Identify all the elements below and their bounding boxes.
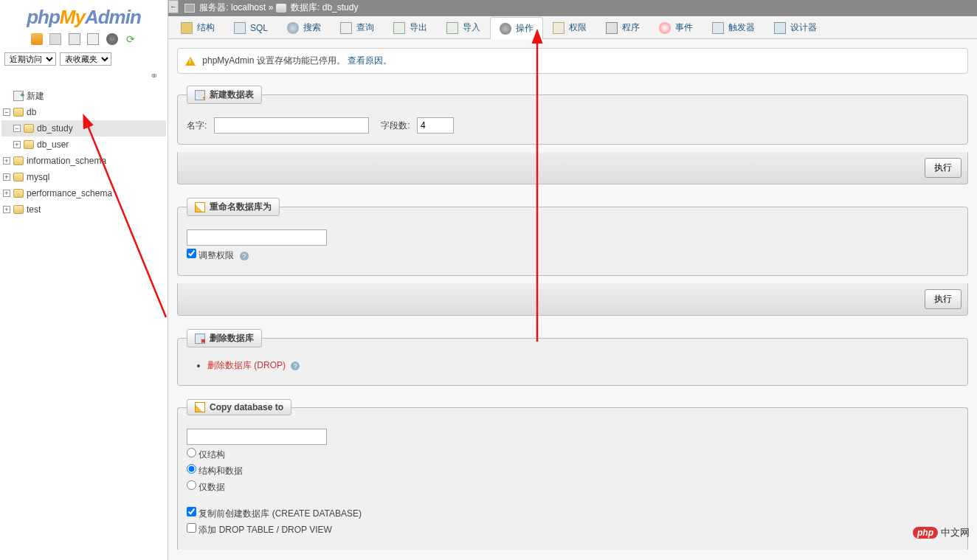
tab-import[interactable]: 导入 (437, 16, 490, 38)
rename-legend: 重命名数据库为 (187, 198, 280, 216)
create-before-copy-checkbox[interactable] (187, 507, 196, 516)
tab-bar: 结构 SQL 搜索 查询 导出 导入 操作 权限 程序 事件 触发器 设计器 (168, 16, 977, 39)
expand-icon[interactable]: + (3, 157, 10, 165)
breadcrumb-server[interactable]: localhost (231, 2, 266, 13)
tab-privileges[interactable]: 权限 (543, 16, 596, 38)
tab-triggers[interactable]: 触发器 (702, 16, 764, 38)
triggers-icon (712, 22, 724, 34)
new-db-icon (13, 91, 24, 101)
favorites-select[interactable]: 表收藏夹 (60, 52, 111, 66)
sql-icon (234, 22, 246, 34)
expand-icon[interactable]: + (3, 173, 10, 181)
tab-export[interactable]: 导出 (384, 16, 437, 38)
pencil-icon (195, 402, 205, 412)
link-icon[interactable]: ⚭ (0, 70, 168, 85)
new-table-icon (195, 90, 205, 100)
breadcrumb: 服务器: localhost » 数据库: db_study (168, 0, 977, 16)
tab-events[interactable]: 事件 (649, 16, 702, 38)
drop-db-link[interactable]: 删除数据库 (DROP) (207, 360, 286, 370)
copy-db-input[interactable] (187, 429, 327, 445)
database-icon (13, 108, 24, 117)
rename-db-input[interactable] (187, 229, 327, 246)
clock-icon (659, 22, 671, 34)
copy-structure-data-radio[interactable] (187, 464, 196, 474)
expand-icon[interactable]: + (13, 141, 21, 148)
designer-icon (774, 22, 786, 34)
docs-icon[interactable] (87, 33, 99, 45)
add-drop-checkbox[interactable] (187, 523, 196, 533)
routines-icon (606, 22, 618, 34)
tree-db-item[interactable]: + test (1, 201, 166, 218)
logout-icon[interactable] (49, 33, 61, 45)
tree-db-item[interactable]: + mysql (1, 169, 166, 185)
sql-window-icon[interactable] (69, 33, 80, 45)
tab-sql[interactable]: SQL (224, 16, 277, 38)
tab-routines[interactable]: 程序 (596, 16, 649, 38)
settings-icon[interactable] (106, 33, 118, 45)
create-table-actions: 执行 (177, 152, 968, 184)
home-icon[interactable] (31, 33, 43, 45)
tree-db-item[interactable]: + performance_schema (1, 185, 166, 201)
privileges-icon (553, 22, 565, 34)
help-icon[interactable]: ? (240, 252, 249, 260)
search-icon (287, 22, 299, 34)
database-icon (13, 173, 24, 182)
drop-db-fieldset: 删除数据库 删除数据库 (DROP) ? (177, 329, 968, 386)
reload-icon[interactable]: ⟳ (125, 33, 137, 45)
database-icon (276, 4, 286, 13)
recent-select[interactable]: 近期访问 (4, 52, 56, 66)
wrench-icon (500, 23, 511, 35)
tree-new[interactable]: 新建 (1, 88, 166, 104)
database-icon (13, 189, 24, 198)
notice-reason-link[interactable]: 查看原因 (348, 55, 383, 66)
create-table-legend: 新建数据表 (187, 86, 262, 104)
copy-data-only-radio[interactable] (187, 480, 196, 490)
tab-search[interactable]: 搜索 (277, 16, 331, 38)
structure-icon (181, 22, 193, 34)
tab-operations[interactable]: 操作 (490, 17, 543, 39)
adjust-privileges-label: 调整权限 (198, 250, 234, 260)
tree-db-item[interactable]: − db_study (1, 120, 166, 136)
collapse-icon[interactable]: − (3, 108, 10, 116)
adjust-privileges-checkbox[interactable] (187, 249, 196, 258)
config-notice: phpMyAdmin 设置存储功能已停用。 查看原因。 (177, 48, 968, 74)
collapse-sidebar-button[interactable]: ← (168, 0, 179, 13)
tree-db-item[interactable]: + db_user (1, 136, 166, 153)
server-icon (184, 4, 195, 13)
sidebar: phpMyAdmin ⟳ 近期访问 表收藏夹 ⚭ 新建 − db − db_st… (0, 0, 168, 560)
collapse-icon[interactable]: − (13, 125, 21, 132)
tree-db-item[interactable]: + information_schema (1, 153, 166, 169)
drop-legend: 删除数据库 (187, 329, 262, 348)
warning-icon (185, 57, 196, 66)
pencil-icon (195, 202, 205, 212)
rename-db-fieldset: 重命名数据库为 调整权限 ? (177, 198, 968, 276)
expand-icon[interactable]: + (3, 190, 10, 197)
database-icon (13, 156, 24, 165)
database-icon (24, 140, 34, 149)
database-icon (24, 124, 34, 133)
expand-icon[interactable]: + (3, 206, 10, 213)
watermark: php 中文网 (913, 526, 970, 539)
name-label: 名字: (187, 120, 207, 131)
table-name-input[interactable] (214, 117, 369, 134)
help-icon[interactable]: ? (291, 362, 300, 370)
export-icon (393, 22, 405, 34)
tree-db-item[interactable]: − db (1, 104, 166, 120)
create-table-submit[interactable]: 执行 (925, 158, 962, 178)
query-icon (340, 22, 352, 34)
breadcrumb-db[interactable]: db_study (322, 2, 359, 13)
tab-designer[interactable]: 设计器 (764, 16, 826, 38)
tab-query[interactable]: 查询 (331, 16, 384, 38)
rename-actions: 执行 (177, 283, 968, 316)
content: phpMyAdmin 设置存储功能已停用。 查看原因。 新建数据表 名字: 字段… (168, 39, 977, 560)
columns-count-input[interactable] (417, 117, 454, 134)
rename-submit[interactable]: 执行 (925, 289, 962, 309)
logo[interactable]: phpMyAdmin (0, 0, 168, 32)
main: ← 服务器: localhost » 数据库: db_study 结构 SQL … (168, 0, 977, 560)
recent-favorite-selects: 近期访问 表收藏夹 (0, 49, 168, 70)
db-tree: 新建 − db − db_study + db_user + informati… (0, 85, 168, 221)
copy-structure-only-radio[interactable] (187, 448, 196, 457)
tab-structure[interactable]: 结构 (171, 16, 224, 38)
copy-legend: Copy database to (187, 399, 291, 415)
delete-db-icon (195, 333, 205, 344)
